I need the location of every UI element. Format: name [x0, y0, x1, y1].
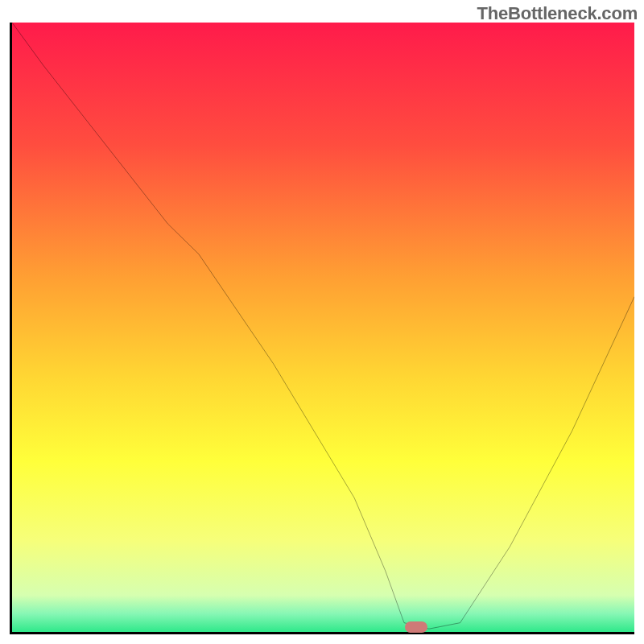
- bottleneck-curve-path: [12, 23, 634, 629]
- bottleneck-chart: TheBottleneck.com: [0, 0, 644, 644]
- watermark-label: TheBottleneck.com: [477, 3, 638, 24]
- optimal-marker: [405, 621, 427, 633]
- plot-area: [10, 23, 634, 634]
- curve-layer: [12, 23, 634, 632]
